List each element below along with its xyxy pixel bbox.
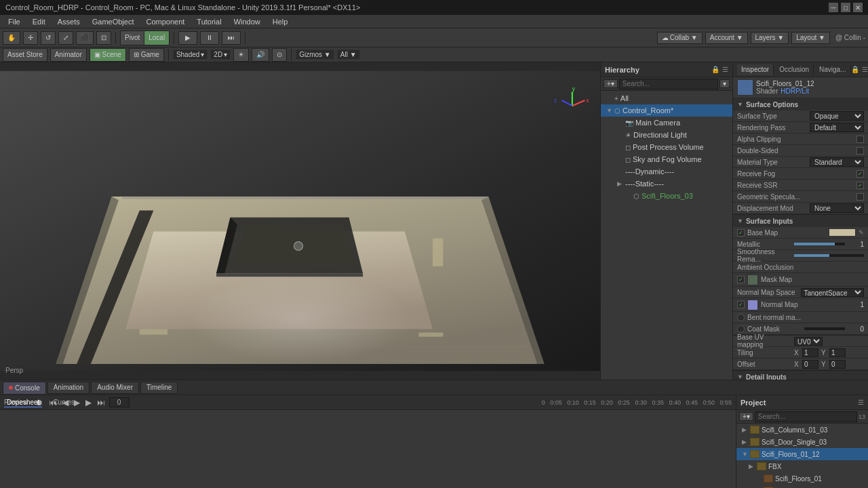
receive-ssr-checkbox[interactable] xyxy=(856,182,864,189)
project-item-fbx[interactable]: ▶ FBX xyxy=(736,460,868,472)
tool-scale[interactable]: ⤢ xyxy=(58,31,73,45)
next-frame-button[interactable]: ▶ xyxy=(84,398,93,407)
surface-inputs-header[interactable]: ▼ Surface Inputs xyxy=(733,215,868,227)
minimize-button[interactable]: ─ xyxy=(829,3,838,12)
menu-gameobject[interactable]: GameObject xyxy=(87,16,140,27)
hierarchy-item-light[interactable]: ☀ Directional Light xyxy=(601,129,732,141)
tool-hand[interactable]: ✋ xyxy=(3,31,20,45)
account-button[interactable]: Account ▼ xyxy=(705,32,748,44)
tiling-y-input[interactable] xyxy=(829,348,846,357)
tab-inspector[interactable]: Inspector xyxy=(737,64,774,75)
play-button[interactable]: ▶ xyxy=(178,31,197,45)
shading-dropdown[interactable]: Shaded ▾ xyxy=(173,49,208,60)
all-dropdown[interactable]: All ▼ xyxy=(337,49,360,60)
displacement-dropdown[interactable]: None xyxy=(810,203,864,213)
scene-vr-btn[interactable]: ⊙ xyxy=(272,48,287,62)
project-menu-icon[interactable]: ☰ xyxy=(858,399,864,406)
project-item-door[interactable]: ▶ Scifi_Door_Single_03 xyxy=(736,436,868,448)
geom-spec-checkbox[interactable] xyxy=(856,193,864,201)
menu-window[interactable]: Window xyxy=(229,16,266,27)
menu-edit[interactable]: Edit xyxy=(27,16,51,27)
tool-transform[interactable]: ⊡ xyxy=(96,31,111,45)
base-map-color[interactable] xyxy=(829,228,856,237)
console-tab[interactable]: Console xyxy=(3,382,46,394)
curves-tab[interactable]: Curves xyxy=(50,398,77,407)
project-item-floor02[interactable]: Scifi_Floors_02 xyxy=(736,485,868,488)
mask-map-texture[interactable] xyxy=(747,274,758,285)
current-time-input[interactable] xyxy=(109,397,130,407)
hierarchy-filter-button[interactable]: ▾ xyxy=(719,79,730,88)
layout-button[interactable]: Layout ▼ xyxy=(791,32,830,44)
normal-map-texture[interactable] xyxy=(747,300,758,310)
normal-map-checkbox[interactable] xyxy=(737,301,745,308)
animator-tab[interactable]: Animator xyxy=(50,48,87,62)
menu-help[interactable]: Help xyxy=(267,16,294,27)
project-add-button[interactable]: +▾ xyxy=(739,412,753,421)
tab-occlusion[interactable]: Occlusion xyxy=(775,64,814,75)
window-controls[interactable]: ─ □ ✕ xyxy=(829,3,863,12)
menu-file[interactable]: File xyxy=(3,16,26,27)
tool-move[interactable]: ✛ xyxy=(23,31,38,45)
menu-component[interactable]: Component xyxy=(140,16,190,27)
hierarchy-item-control-room[interactable]: ▼ ⬡ Control_Room* xyxy=(601,104,732,117)
surface-type-dropdown[interactable]: Opaque xyxy=(810,111,864,121)
bent-normal-radio[interactable] xyxy=(737,314,745,321)
hierarchy-menu-icon[interactable]: ☰ xyxy=(722,66,728,73)
base-map-checkbox[interactable] xyxy=(737,229,745,237)
inspector-menu-icon[interactable]: ☰ xyxy=(862,66,868,73)
hierarchy-add-button[interactable]: +▾ xyxy=(604,79,618,88)
project-item-floors[interactable]: ▼ Scifi_Floors_01_12 xyxy=(736,448,868,460)
audio-mixer-tab[interactable]: Audio Mixer xyxy=(91,382,139,394)
offset-y-input[interactable] xyxy=(829,360,846,369)
coat-mask-slider[interactable] xyxy=(804,327,845,330)
hierarchy-lock-icon[interactable]: 🔒 xyxy=(711,66,719,73)
hierarchy-item-camera[interactable]: 📷 Main Camera xyxy=(601,117,732,129)
hierarchy-search-input[interactable] xyxy=(619,79,718,89)
coat-mask-radio[interactable] xyxy=(737,325,745,333)
animation-tab[interactable]: Animation xyxy=(47,382,90,394)
menu-tutorial[interactable]: Tutorial xyxy=(191,16,226,27)
maximize-button[interactable]: □ xyxy=(841,3,850,12)
render-pass-dropdown[interactable]: Default xyxy=(810,123,864,132)
project-item-columns[interactable]: ▶ Scifi_Columns_01_03 xyxy=(736,424,868,436)
hierarchy-item-skyfog[interactable]: ◻ Sky and Fog Volume xyxy=(601,153,732,165)
project-search-input[interactable] xyxy=(755,411,857,422)
hierarchy-item-all[interactable]: + All xyxy=(601,92,732,104)
receive-fog-checkbox[interactable] xyxy=(856,170,864,178)
inspector-lock-icon[interactable]: 🔒 xyxy=(851,66,859,73)
hierarchy-item-postprocess[interactable]: ◻ Post Process Volume xyxy=(601,141,732,153)
metallic-slider[interactable] xyxy=(794,243,845,245)
timeline-tab[interactable]: Timeline xyxy=(140,382,178,394)
tab-naviga[interactable]: Naviga... xyxy=(815,64,850,75)
scene-audio-btn[interactable]: 🔊 xyxy=(252,48,269,62)
surface-options-header[interactable]: ▼ Surface Options xyxy=(733,98,868,110)
game-tab[interactable]: ⊞ Game xyxy=(129,48,164,62)
offset-x-input[interactable] xyxy=(802,360,818,369)
last-frame-button[interactable]: ⏭ xyxy=(96,398,106,407)
menu-assets[interactable]: Assets xyxy=(52,16,85,27)
alpha-clipping-checkbox[interactable] xyxy=(856,136,864,143)
step-button[interactable]: ⏭ xyxy=(222,31,241,45)
hierarchy-item-floors03[interactable]: ⬡ Scifi_Floors_03 xyxy=(601,190,732,202)
smoothness-slider[interactable] xyxy=(794,254,864,257)
project-item-floor01[interactable]: Scifi_Floors_01 xyxy=(736,472,868,485)
hierarchy-item-static[interactable]: ▶ ----Static---- xyxy=(601,178,732,190)
tiling-x-input[interactable] xyxy=(802,348,818,357)
dimension-dropdown[interactable]: 2D ▾ xyxy=(210,49,231,60)
scene-light-btn[interactable]: ☀ xyxy=(233,48,249,62)
local-button[interactable]: Local xyxy=(144,31,169,45)
normal-space-dropdown[interactable]: TangentSpace xyxy=(801,288,865,297)
scene-tab[interactable]: ▣ Scene xyxy=(90,48,126,62)
close-button[interactable]: ✕ xyxy=(853,3,863,12)
scene-view[interactable]: x y z Persp xyxy=(0,62,600,380)
collab-button[interactable]: ☁ Collab ▼ xyxy=(657,32,703,44)
edit-icon[interactable]: ✎ xyxy=(859,229,864,236)
gizmos-dropdown[interactable]: Gizmos ▼ xyxy=(296,49,334,60)
tool-rotate[interactable]: ↺ xyxy=(41,31,56,45)
dopesheet-tab[interactable]: Dopesheet xyxy=(4,398,42,407)
base-uv-dropdown[interactable]: UV0 xyxy=(794,337,823,346)
mask-map-checkbox[interactable] xyxy=(737,276,745,283)
pivot-button[interactable]: Pivot xyxy=(121,31,144,45)
asset-store-tab[interactable]: Asset Store xyxy=(3,48,47,62)
layers-button[interactable]: Layers ▼ xyxy=(751,32,789,44)
